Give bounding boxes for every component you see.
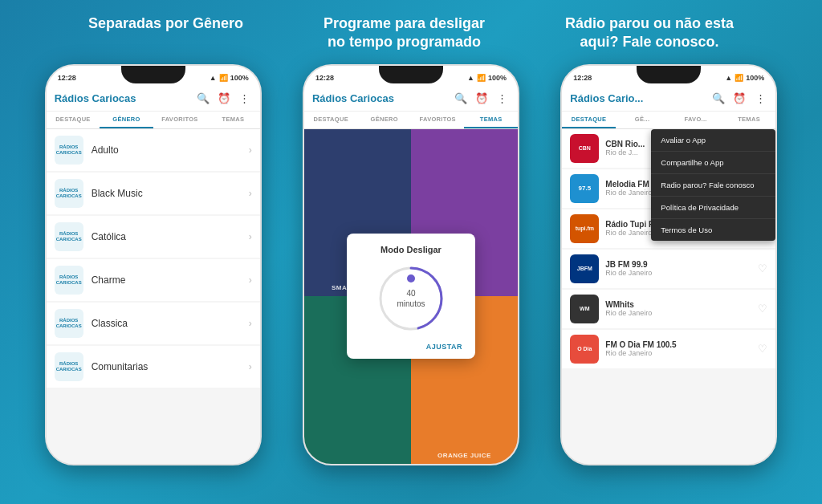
jbfm-logo: JBFM [570,254,599,283]
genre-item-catolica[interactable]: RÁDIOSCARIOCAS Católica › [47,216,260,258]
fmodia-logo: O Dia [570,335,599,364]
heart-icon-fmodia[interactable]: ♡ [758,343,767,355]
tab-genero-p2[interactable]: GÊNERO [357,112,411,128]
chevron-right-icon2: › [249,188,252,199]
heart-icon-jbfm[interactable]: ♡ [758,262,767,274]
signal-icon2: 📶 [477,74,486,82]
genre-icon-black-music: RÁDIOSCARIOCAS [55,179,83,208]
genre-item-comunitarias[interactable]: RÁDIOSCARIOCAS Comunitarias › [47,346,260,388]
genre-item-adulto[interactable]: RÁDIOSCARIOCAS Adulto › [47,129,260,171]
radio-item-jbfm[interactable]: JBFM JB FM 99.9 Rio de Janeiro ♡ [562,250,775,288]
genre-item-classica[interactable]: RÁDIOSCARIOCAS Classica › [47,303,260,344]
phone2-notch [379,66,443,83]
radio-info-jbfm: JB FM 99.9 Rio de Janeiro [605,260,758,277]
tab-favoritos-p3[interactable]: FAVO... [669,112,722,128]
tab-favoritos-p2[interactable]: FAVORITOS [411,112,465,128]
phone2-status-right: ▲ 📶 100% [467,74,507,82]
genre-item-charme[interactable]: RÁDIOSCARIOCAS Charme › [47,259,260,301]
timer-ajustar-button[interactable]: AJUSTAR [426,343,462,351]
phone2-content: SMART INDIGO ORANGE JUICE Modo Desligar [304,129,518,464]
phone3-app-title: Rádios Cario... [570,92,711,104]
tab-genero-p1[interactable]: GÊNERO [100,112,153,128]
fmodia-city: Rio de Janeiro [605,349,758,357]
wmhits-name: WMhits [605,300,758,309]
genre-icon-adulto: RÁDIOSCARIOCAS [55,136,83,165]
menu-item-avaliar[interactable]: Avaliar o App [651,129,775,152]
search-icon3[interactable]: 🔍 [711,91,726,106]
genre-item-black-music[interactable]: RÁDIOSCARIOCAS Black Music › [47,173,260,214]
jbfm-name: JB FM 99.9 [605,260,758,269]
phone3-status-right: ▲ 📶 100% [725,74,764,82]
menu-item-termos[interactable]: Termos de Uso [651,219,775,241]
radio-item-wmhits[interactable]: WM WMhits Rio de Janeiro ♡ [562,290,775,328]
battery-icon: 100% [230,74,249,82]
battery-icon3: 100% [746,74,764,82]
section-labels: Separadas por Gênero Programe para desli… [0,0,822,60]
menu-item-compartilhe[interactable]: Compartilhe o App [651,152,775,174]
tab-temas-p2[interactable]: TEMAS [464,112,518,128]
search-icon[interactable]: 🔍 [196,91,210,106]
phone2: 12:28 ▲ 📶 100% Rádios Cariocas 🔍 ⏰ ⋮ DES… [303,64,519,465]
menu-item-privacidade[interactable]: Política de Privacidade [651,197,775,219]
more-icon2[interactable]: ⋮ [495,91,510,106]
theme-label-orange: ORANGE JUICE [437,452,491,459]
tab-favoritos-p1[interactable]: FAVORITOS [153,112,207,128]
genre-name-catolica: Católica [92,231,249,242]
phone2-time: 12:28 [315,74,334,82]
phone1-time: 12:28 [58,74,76,82]
phone2-app-title: Rádios Cariocas [312,92,454,104]
chevron-right-icon: › [249,144,252,156]
phone1-app-icons: 🔍 ⏰ ⋮ [196,91,252,106]
phone3-app-icons: 🔍 ⏰ ⋮ [711,91,767,106]
phone3-time: 12:28 [573,74,592,82]
melodia-logo: 97.5 [570,174,599,203]
phones-container: 12:28 ▲ 📶 100% Rádios Cariocas 🔍 ⏰ ⋮ DES… [0,64,822,465]
phone2-app-icons: 🔍 ⏰ ⋮ [454,91,510,106]
phone3-notch [637,66,701,83]
chevron-right-icon3: › [249,231,252,242]
phone2-app-bar: Rádios Cariocas 🔍 ⏰ ⋮ [304,87,518,112]
search-icon2[interactable]: 🔍 [454,91,468,106]
wifi-icon3: ▲ [725,74,732,82]
wifi-icon2: ▲ [467,74,474,82]
tab-destaque-p3[interactable]: DESTAQUE [562,112,616,128]
radio-info-fmodia: FM O Dia FM 100.5 Rio de Janeiro [605,340,758,357]
jbfm-city: Rio de Janeiro [605,269,758,277]
timer-icon[interactable]: ⏰ [217,91,231,106]
timer-minutes-text: 40 minutos [393,288,429,309]
phone1-app-title: Rádios Cariocas [55,92,196,104]
tab-genero-p3[interactable]: GÊ... [616,112,669,128]
section3-title: Rádio parou ou não esta aqui? Fale conos… [565,14,734,52]
tab-temas-p1[interactable]: TEMAS [206,112,260,128]
cbn-logo: CBN [570,134,599,163]
phone1-notch [121,66,185,83]
genre-name-black-music: Black Music [92,188,249,199]
menu-item-radio-parou[interactable]: Radio parou? Fale conosco [651,174,775,197]
tupi-logo: tupi.fm [570,214,599,243]
chevron-right-icon4: › [249,274,252,286]
tab-destaque-p2[interactable]: DESTAQUE [304,112,358,128]
tab-temas-p3[interactable]: TEMAS [722,112,776,128]
more-icon3[interactable]: ⋮ [753,91,767,106]
phone1-app-bar: Rádios Cariocas 🔍 ⏰ ⋮ [47,87,260,112]
phone1-tabs: DESTAQUE GÊNERO FAVORITOS TEMAS [47,112,260,129]
wmhits-city: Rio de Janeiro [605,309,758,317]
signal-icon3: 📶 [735,74,743,82]
wifi-icon: ▲ [210,74,217,82]
genre-name-adulto: Adulto [92,144,249,156]
dropdown-menu: Avaliar o App Compartilhe o App Radio pa… [651,129,775,241]
more-icon[interactable]: ⋮ [238,91,252,106]
timer-circle[interactable]: 40 minutos [375,262,447,335]
timer-icon2[interactable]: ⏰ [474,91,489,106]
tab-destaque-p1[interactable]: DESTAQUE [47,112,100,128]
heart-icon-wmhits[interactable]: ♡ [758,303,767,315]
battery-icon2: 100% [488,74,507,82]
wmhits-logo: WM [570,295,599,323]
signal-icon: 📶 [219,74,228,82]
timer-icon3[interactable]: ⏰ [732,91,747,106]
genre-name-classica: Classica [92,318,249,329]
genre-name-charme: Charme [92,274,249,286]
radio-item-fmodia[interactable]: O Dia FM O Dia FM 100.5 Rio de Janeiro ♡ [562,330,775,368]
phone3-app-bar: Rádios Cario... 🔍 ⏰ ⋮ [562,87,775,112]
fmodia-name: FM O Dia FM 100.5 [605,340,758,349]
